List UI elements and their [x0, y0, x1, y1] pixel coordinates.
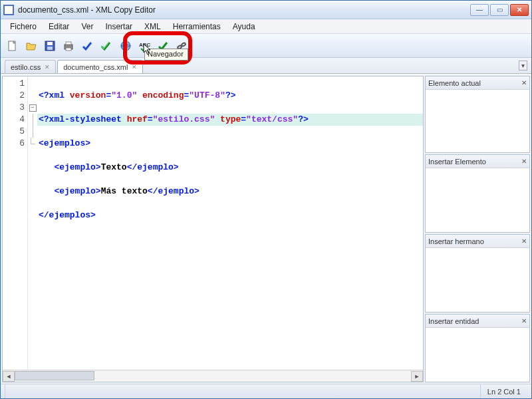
menu-herramientas[interactable]: Herramientas: [168, 21, 226, 33]
horizontal-scrollbar[interactable]: ◄ ►: [3, 370, 423, 382]
status-bar: Ln 2 Col 1: [1, 384, 531, 398]
panel-title: Insertar Elemento: [428, 158, 486, 166]
window-title: documento_css.xml - XML Copy Editor: [18, 5, 470, 15]
svg-text:ABC: ABC: [139, 42, 150, 48]
panel-title: Elemento actual: [428, 79, 481, 87]
panel-body[interactable]: [426, 90, 529, 152]
panel-title: Insertar hermano: [428, 237, 484, 245]
minimize-button[interactable]: —: [470, 4, 489, 16]
save-button[interactable]: [42, 38, 58, 54]
application-window: documento_css.xml - XML Copy Editor — ▭ …: [0, 0, 532, 399]
menu-xml[interactable]: XML: [139, 21, 166, 33]
panel-body[interactable]: [426, 248, 529, 312]
menu-ver[interactable]: Ver: [76, 21, 98, 33]
svg-point-10: [181, 42, 186, 46]
scroll-left-icon[interactable]: ◄: [3, 371, 15, 382]
panel-body[interactable]: [426, 168, 529, 232]
scroll-thumb[interactable]: [15, 371, 94, 380]
svg-rect-3: [47, 47, 53, 50]
menu-fichero[interactable]: Fichero: [5, 21, 42, 33]
app-icon: [3, 5, 14, 15]
line-number-gutter: 1 2 3 4 5 6: [3, 76, 28, 370]
open-file-button[interactable]: [23, 38, 39, 54]
tooltip: Navegador: [144, 49, 188, 61]
panel-close-icon[interactable]: ✕: [521, 317, 527, 325]
panel-close-icon[interactable]: ✕: [521, 237, 527, 245]
new-file-button[interactable]: [5, 38, 21, 54]
print-button[interactable]: [61, 38, 76, 54]
panel-elemento-actual: Elemento actual✕: [425, 76, 530, 153]
fold-gutter: [28, 76, 37, 370]
tab-overflow-button[interactable]: ▾: [519, 61, 527, 70]
svg-rect-2: [47, 42, 53, 45]
menu-ayuda[interactable]: Ayuda: [227, 21, 261, 33]
validate-blue-button[interactable]: [79, 38, 95, 54]
menu-editar[interactable]: Editar: [43, 21, 74, 33]
tab-close-icon[interactable]: ✕: [132, 64, 137, 70]
panel-title: Insertar entidad: [428, 317, 479, 325]
tab-documento-css-xml[interactable]: documento_css.xml ✕: [57, 60, 143, 73]
tab-label: estilo.css: [11, 63, 41, 71]
menu-bar: Fichero Editar Ver Insertar XML Herramie…: [1, 19, 531, 34]
panel-insertar-elemento: Insertar Elemento✕: [425, 154, 530, 233]
menu-insertar[interactable]: Insertar: [100, 21, 138, 33]
code-editor[interactable]: 1 2 3 4 5 6 <?xml version="1.0" encoding…: [3, 76, 423, 370]
tab-label: documento_css.xml: [63, 63, 128, 71]
scroll-track[interactable]: [15, 371, 411, 382]
panel-body[interactable]: [426, 328, 529, 382]
title-bar: documento_css.xml - XML Copy Editor — ▭ …: [1, 1, 531, 19]
maximize-button[interactable]: ▭: [490, 4, 509, 16]
tab-bar: estilo.css ✕ documento_css.xml ✕ ▾: [1, 58, 531, 74]
svg-point-7: [121, 41, 130, 51]
tab-close-icon[interactable]: ✕: [45, 64, 50, 70]
panel-close-icon[interactable]: ✕: [521, 158, 527, 165]
code-area[interactable]: <?xml version="1.0" encoding="UTF-8"?> <…: [37, 76, 423, 370]
side-panels: Elemento actual✕ Insertar Elemento✕ Inse…: [425, 74, 531, 384]
svg-rect-5: [66, 42, 71, 45]
svg-rect-6: [66, 48, 71, 51]
main-area: 1 2 3 4 5 6 <?xml version="1.0" encoding…: [1, 74, 531, 384]
browser-button[interactable]: [118, 38, 134, 54]
fold-toggle[interactable]: [28, 102, 37, 114]
editor-panel: 1 2 3 4 5 6 <?xml version="1.0" encoding…: [2, 76, 424, 382]
panel-close-icon[interactable]: ✕: [521, 79, 527, 86]
validate-green-button[interactable]: [98, 38, 114, 54]
panel-insertar-hermano: Insertar hermano✕: [425, 234, 530, 313]
tab-estilo-css[interactable]: estilo.css ✕: [5, 60, 56, 73]
scroll-right-icon[interactable]: ►: [411, 371, 423, 382]
status-position: Ln 2 Col 1: [480, 384, 527, 398]
panel-insertar-entidad: Insertar entidad✕: [425, 314, 530, 382]
window-buttons: — ▭ ✕: [470, 4, 529, 16]
close-button[interactable]: ✕: [510, 4, 529, 16]
toolbar: ABC Navegador: [1, 34, 531, 58]
